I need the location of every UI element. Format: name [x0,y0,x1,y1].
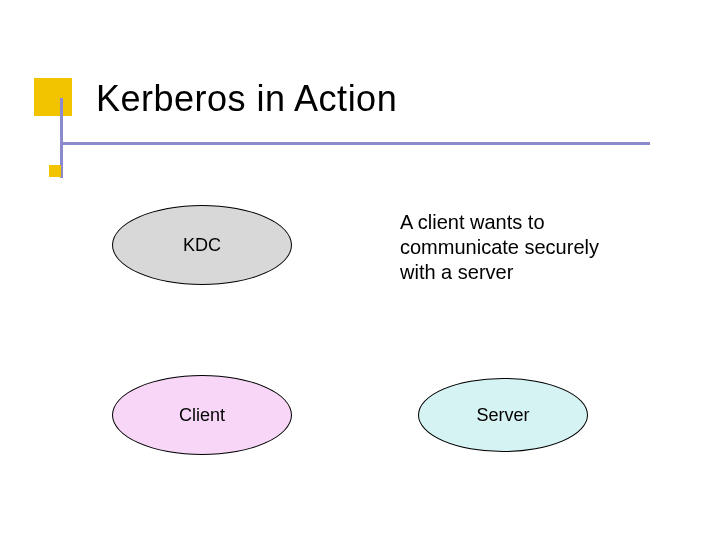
node-kdc-label: KDC [183,235,221,256]
node-kdc: KDC [112,205,292,285]
title-accent-square [34,78,72,116]
caption-text: A client wants to communicate securely w… [400,210,630,285]
title-horizontal-rule [60,142,650,145]
node-server: Server [418,378,588,452]
node-client: Client [112,375,292,455]
title-accent-square-small [49,165,61,177]
node-server-label: Server [476,405,529,426]
node-client-label: Client [179,405,225,426]
slide-title: Kerberos in Action [96,78,397,120]
